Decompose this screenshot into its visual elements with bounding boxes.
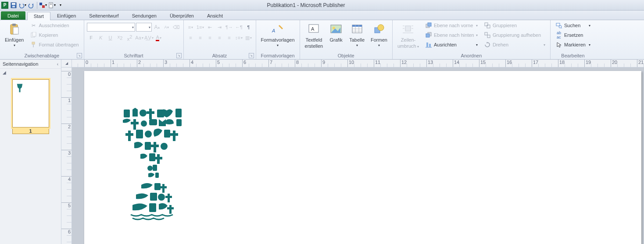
window-title: Publikation1 - Microsoft Publisher [64, 2, 547, 8]
ruler-vertical[interactable]: 0123456 [61, 67, 72, 244]
numbering-button[interactable]: 1≡▾ [196, 23, 205, 32]
outdent-button[interactable]: ⇤ [206, 23, 215, 32]
group-arrange: Zeilen- umbruch ▾ Ebene nach vorne▾ Eben… [393, 20, 551, 59]
clear-format-button[interactable]: ⌫ [172, 23, 181, 32]
tab-view[interactable]: Ansicht [200, 11, 229, 20]
svg-rect-12 [32, 32, 36, 36]
grow-font-button[interactable]: A▴ [153, 23, 161, 32]
tab-home[interactable]: Start [27, 12, 50, 20]
columns-button[interactable]: ▥▾ [244, 33, 253, 42]
group-label-paragraph: Absatz [212, 53, 227, 58]
svg-point-51 [141, 120, 147, 127]
superscript-button[interactable]: x2 [125, 33, 134, 42]
pilcrow-icon: ¶ [247, 25, 250, 30]
ungroup-button[interactable]: Gruppierung aufheben [482, 31, 547, 39]
paste-icon [7, 22, 21, 36]
copy-button[interactable]: Kopieren [28, 31, 81, 39]
select-icon [555, 41, 562, 48]
svg-rect-43 [487, 35, 490, 38]
group-label-objects: Objekte [303, 52, 390, 59]
app-menu-button[interactable]: P [1, 1, 9, 9]
char-spacing-button[interactable]: A͟V▾ [145, 33, 154, 42]
tab-mailings[interactable]: Sendungen [125, 11, 163, 20]
picture-button[interactable]: Grafik [327, 21, 345, 44]
tab-page-design[interactable]: Seitenentwurf [82, 11, 125, 20]
textbox-button[interactable]: A Textfeld erstellen [303, 21, 326, 50]
paragraph-launcher[interactable]: ↘ [249, 53, 254, 58]
undo-button[interactable]: ▾ [18, 1, 26, 9]
redo-button[interactable] [27, 1, 35, 9]
shapes-button[interactable]: Formen▾ [369, 21, 390, 49]
chevron-down-icon: ▾ [14, 43, 15, 47]
page-navigation-pane: Seitennavigation ‹ ◢ 1 [0, 60, 61, 244]
shrink-font-button[interactable]: A▾ [162, 23, 171, 32]
underline-button[interactable]: U [106, 33, 115, 42]
font-size-combo[interactable]: ▾ [136, 23, 152, 32]
wrap-icon [401, 22, 415, 36]
save-button[interactable] [10, 1, 18, 9]
find-button[interactable]: Suchen▾ [553, 21, 593, 30]
qat-customize-button[interactable]: ▾ [57, 1, 64, 9]
align-button[interactable]: Ausrichten▾ [423, 40, 480, 49]
change-case-button[interactable]: Aa▾ [135, 33, 144, 42]
align-left-icon: ≡ [189, 35, 192, 40]
qat-custom2-button[interactable]: ▾ [48, 1, 56, 9]
paste-button[interactable]: Einfügen ▾ [3, 21, 26, 49]
tab-insert[interactable]: Einfügen [50, 11, 82, 20]
line-spacing-button[interactable]: ↕≡▾ [235, 33, 243, 42]
font-color-button[interactable]: A▾ [154, 33, 163, 42]
align-right-button[interactable]: ≡ [206, 33, 215, 42]
workspace: Seitennavigation ‹ ◢ 1 ◢ 012345678910111… [0, 60, 644, 244]
format-painter-button[interactable]: Format übertragen [28, 40, 81, 49]
send-backward-button[interactable]: Ebene nach hinten▾ [423, 31, 480, 39]
canvas[interactable] [72, 67, 644, 244]
select-button[interactable]: Markieren▾ [553, 40, 593, 49]
italic-button[interactable]: K [97, 33, 105, 42]
wrap-text-button[interactable]: Zeilen- umbruch ▾ [395, 21, 421, 50]
rotate-button[interactable]: Drehen▾ [482, 40, 547, 49]
cut-button[interactable]: ✂Ausschneiden [28, 21, 81, 30]
tab-review[interactable]: Überprüfen [163, 11, 200, 20]
styles-button[interactable]: A Formatvorlagen▾ [259, 21, 297, 49]
group-clipboard: Einfügen ▾ ✂Ausschneiden Kopieren Format… [0, 20, 84, 59]
svg-rect-5 [49, 3, 53, 8]
justify-button[interactable]: ≡ [215, 33, 224, 42]
subscript-icon: x2 [118, 34, 123, 41]
ltr-icon: ¶→ [225, 25, 233, 30]
rtl-button[interactable]: ←¶ [235, 23, 243, 32]
subscript-button[interactable]: x2 [116, 33, 125, 42]
table-button[interactable]: Tabelle▾ [347, 21, 367, 49]
clipboard-launcher[interactable]: ↘ [77, 53, 82, 58]
font-family-combo[interactable]: ▾ [87, 23, 135, 32]
forward-icon [425, 22, 432, 29]
ribbon: Einfügen ▾ ✂Ausschneiden Kopieren Format… [0, 20, 644, 60]
bullets-button[interactable]: ≡▾ [186, 23, 195, 32]
align-center-button[interactable]: ≡ [196, 33, 205, 42]
bring-forward-button[interactable]: Ebene nach vorne▾ [423, 21, 480, 30]
page-thumbnail-1[interactable] [12, 79, 49, 127]
indent-button[interactable]: ⇥ [215, 23, 224, 32]
outdent-icon: ⇤ [208, 25, 212, 30]
collapse-section-button[interactable]: ◢ [3, 70, 6, 75]
ruler-horizontal[interactable]: 0123456789101112131415161718192021 [72, 60, 644, 67]
collapse-pane-button[interactable]: ‹ [57, 62, 58, 67]
svg-rect-36 [426, 34, 429, 37]
group-label-font: Schriftart [124, 53, 143, 58]
eraser-icon: ⌫ [173, 25, 180, 30]
inserted-graphic[interactable] [115, 106, 192, 222]
tab-file[interactable]: Datei [1, 11, 25, 20]
replace-button[interactable]: abacErsetzen [553, 31, 593, 39]
font-launcher[interactable]: ↘ [176, 53, 182, 58]
ltr-button[interactable]: ¶→ [225, 23, 234, 32]
pilcrow-button[interactable]: ¶ [244, 23, 253, 32]
qat-custom1-button[interactable]: ▾ [39, 1, 47, 9]
align-left-button[interactable]: ≡ [186, 33, 195, 42]
group-label-styles: Formatvorlagen [259, 52, 297, 59]
group-button[interactable]: Gruppieren [482, 21, 547, 30]
svg-rect-10 [13, 27, 18, 34]
distribute-button[interactable]: ≡ [225, 33, 234, 42]
page-1[interactable] [84, 71, 641, 244]
rotate-icon [484, 41, 491, 48]
svg-rect-2 [12, 6, 15, 7]
bold-button[interactable]: F [87, 33, 96, 42]
